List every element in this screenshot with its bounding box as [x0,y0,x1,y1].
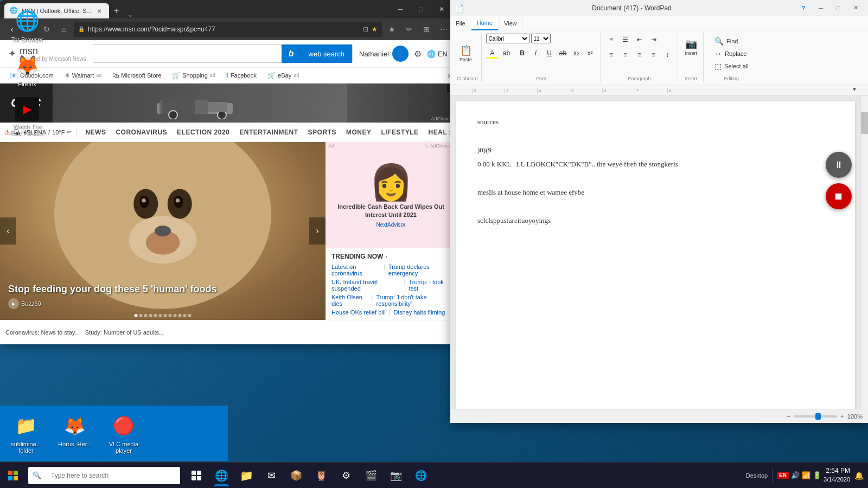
bullets-button[interactable]: ≡ [605,34,618,46]
news-strip-item-1[interactable]: Coronavirus: News to stay... [5,329,80,336]
ad-sidebar-choices[interactable]: ▷ AdChoices [425,143,454,149]
numbering-button[interactable]: ☰ [619,34,632,46]
increase-indent-button[interactable]: ⇥ [647,34,660,46]
taskbar-app-vlc[interactable]: 🔴 VLC media player [102,410,145,457]
document-page[interactable]: sources )0)(9 0 00 k KKL LL LBOKCK"CK"DK… [456,101,855,409]
trending-item-2[interactable]: Trump declares emergency [388,264,450,277]
bookmark-star-icon[interactable]: ★ [372,25,378,33]
hero-dot-10[interactable] [178,314,182,317]
volume-icon[interactable]: 🔊 [791,471,800,479]
taskbar-app-horus[interactable]: 🦊 Horus_Her... [53,410,97,457]
hero-dot-7[interactable] [164,314,167,317]
font-size-selector[interactable]: 11 [531,34,551,43]
msn-settings-button[interactable]: ⚙ [414,49,422,59]
hero-dot-3[interactable] [144,314,148,317]
wordpad-scrollbar[interactable] [860,96,868,409]
nav-sports[interactable]: SPORTS [304,125,341,139]
nav-coronavirus[interactable]: CORONAVIRUS [111,125,171,139]
desktop-icon-firefox[interactable]: 🦊 Firefox [5,50,49,90]
ribbon-tab-view[interactable]: View [499,16,523,30]
bookmark-walmart[interactable]: ✳ Walmart ad [60,70,106,81]
desktop-icon-tor[interactable]: 🌐 Tor Browser [5,5,49,46]
italic-button[interactable]: I [529,47,542,59]
subscript-button[interactable]: x₂ [570,47,583,59]
hero-dot-1[interactable] [135,314,138,317]
taskbar-app-folder[interactable]: 📁 sublimina... folder [4,410,48,457]
hero-next-button[interactable]: › [309,217,326,245]
align-center-button[interactable]: ≡ [619,49,632,61]
taskbar-camera-button[interactable]: 📷 [384,464,408,487]
msn-search-bar[interactable]: b web search [93,44,353,63]
trending-item-8[interactable]: Disney halts filming [394,309,445,316]
hero-dot-6[interactable] [159,314,162,317]
nav-lifestyle[interactable]: LIFESTYLE [376,125,423,139]
collections-button[interactable]: ★ [384,22,399,37]
hero-dot-2[interactable] [139,314,143,317]
select-all-button[interactable]: ⬚ Select all [711,61,752,72]
text-color-button[interactable]: A [486,47,499,59]
desktop-icon-watch-red-pill[interactable]: ▶ Watch The Red Pill 20... [5,94,49,139]
hero-dot-9[interactable] [174,314,177,317]
start-button[interactable] [0,463,26,489]
network-icon[interactable]: 📶 [802,471,810,479]
nav-health[interactable]: HEALTH [424,125,447,139]
msn-search-button[interactable]: web search [301,44,352,63]
hero-prev-button[interactable]: ‹ [0,217,16,245]
highlight-button[interactable]: ab [500,47,513,59]
hero-dot-8[interactable] [169,314,172,317]
taskbar-file-explorer-button[interactable]: 📁 [234,464,258,487]
hero-dot-4[interactable] [149,314,152,317]
hero-play-button[interactable]: ▶ [8,298,19,309]
bookmark-microsoft-store[interactable]: 🛍 Microsoft Store [108,70,165,81]
browser-minimize-button[interactable]: ─ [391,0,410,18]
ribbon-paste-button[interactable]: 📋 Paste [457,40,475,67]
hero-dot-5[interactable] [154,314,157,317]
weather-edit-icon[interactable]: ✏ [67,129,72,136]
wordpad-minimize-button[interactable]: ─ [813,1,829,16]
trending-item-7[interactable]: House OKs relief bill [331,309,386,316]
zoom-minus-button[interactable]: − [787,413,790,420]
nav-election[interactable]: ELECTION 2020 [173,125,234,139]
ribbon-tab-home[interactable]: Home [471,16,499,30]
nav-news[interactable]: NEWS [81,125,110,139]
browser-maximize-button[interactable]: □ [411,0,431,18]
news-strip-item-2[interactable]: Study: Number of US adults... [85,329,164,336]
hero-dot-11[interactable] [183,314,187,317]
ribbon-tab-file[interactable]: File [450,16,471,30]
zoom-plus-button[interactable]: + [840,413,844,420]
taskbar-search-bar[interactable]: 🔍 [28,467,180,484]
taskbar-media-button[interactable]: 🎬 [359,464,383,487]
font-family-selector[interactable]: Calibri [486,34,529,43]
bookmark-facebook[interactable]: f Facebook [222,70,261,81]
nav-money[interactable]: MONEY [342,125,376,139]
share-button[interactable]: ⊞ [419,22,434,37]
align-right-button[interactable]: ≡ [633,49,646,61]
strikethrough-button[interactable]: ab [557,47,570,59]
taskbar-settings-button[interactable]: ⚙ [334,464,358,487]
superscript-button[interactable]: x² [584,47,597,59]
taskbar-mail-button[interactable]: ✉ [259,464,283,487]
nav-entertainment[interactable]: ENTERTAINMENT [235,125,302,139]
trending-item-1[interactable]: Latest on coronavirus [331,264,380,277]
taskbar-tripadvisor-button[interactable]: 🦉 [309,464,333,487]
wordpad-close-button[interactable]: ✕ [847,1,864,16]
pause-record-button[interactable]: ⏸ [826,152,852,178]
taskbar-browser2-button[interactable]: 🌐 [409,464,433,487]
annotation-button[interactable]: ✏ [401,22,417,37]
decrease-indent-button[interactable]: ⇤ [633,34,646,46]
trending-item-3[interactable]: UK, Ireland travel suspended [331,279,401,292]
new-tab-button[interactable]: + [109,3,124,18]
address-bar[interactable]: 🔒 https://www.msn.com/?ocid=wispr&pc=u47… [74,22,382,37]
justify-button[interactable]: ≡ [647,49,660,61]
taskbar-clock[interactable]: 2:54 PM 3/14/2020 [824,466,850,484]
wordpad-help-button[interactable]: ? [795,1,812,16]
notification-bell-icon[interactable]: 🔔 [854,471,864,480]
msn-lang-selector[interactable]: 🌐 EN [427,50,448,58]
more-options-button[interactable]: ⋯ [436,22,451,37]
taskbar-amazon-button[interactable]: 📦 [284,464,308,487]
trending-item-6[interactable]: Trump: 'I don't take responsibility' [376,294,450,307]
trending-item-4[interactable]: Trump: I took test [409,279,450,292]
msn-user[interactable]: Nathaniel 👤 [359,46,409,62]
bookmark-ebay[interactable]: 🛒 eBay ad [263,70,303,81]
tab-close-button[interactable]: ✕ [95,7,104,15]
